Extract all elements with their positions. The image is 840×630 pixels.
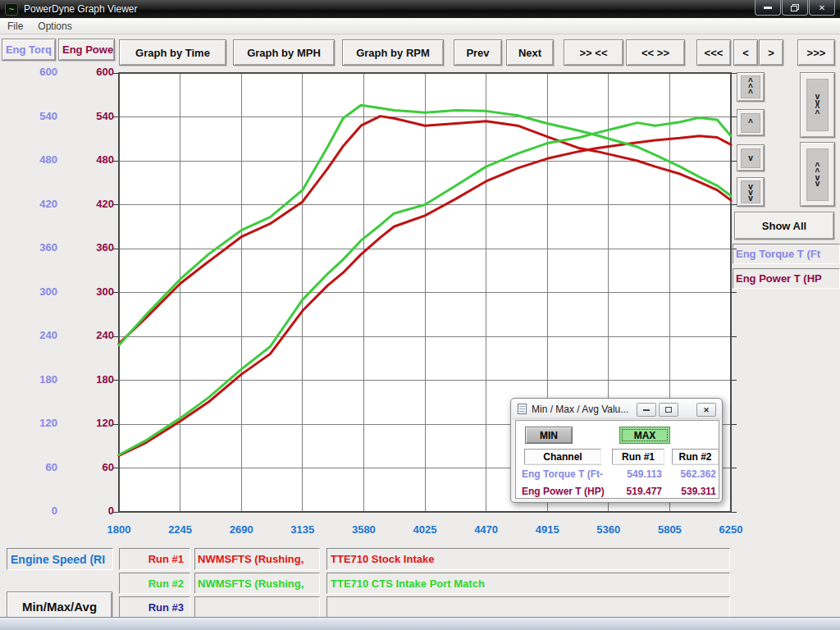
- y-tick-label: 600: [8, 66, 57, 78]
- minmax-caption-buttons: ✕: [634, 403, 716, 417]
- x-tick-label: 3135: [290, 523, 314, 536]
- zoom-out-button[interactable]: << >>: [626, 39, 685, 66]
- y-tick-label: 240: [65, 330, 114, 341]
- minimize-icon[interactable]: [755, 0, 781, 16]
- close-icon[interactable]: ✕: [809, 0, 835, 16]
- scroll-up-fast-button[interactable]: ^^^: [737, 72, 765, 102]
- y-tick-label: 540: [65, 111, 114, 122]
- y-tick-label: 360: [8, 242, 57, 253]
- menu-bar: File Options: [0, 18, 840, 34]
- y-tick-label: 60: [8, 462, 57, 473]
- y-tick-label: 420: [65, 199, 114, 210]
- x-axis-labels: 1800224526903135358040254470491553605805…: [119, 523, 731, 538]
- minmax-close-icon[interactable]: ✕: [696, 403, 716, 417]
- run3-label: Run #3: [119, 596, 190, 618]
- minmax-minimize-icon[interactable]: [637, 403, 656, 417]
- legend-torque[interactable]: Eng Torque T (Ft: [733, 244, 840, 264]
- next-button[interactable]: Next: [506, 39, 554, 66]
- window-bottom-frame: [0, 617, 840, 630]
- minmax-maximize-icon[interactable]: [659, 403, 678, 417]
- scroll-up-button[interactable]: ^: [737, 109, 765, 136]
- row-power-run2: 539.311: [669, 486, 716, 497]
- menu-file[interactable]: File: [0, 19, 30, 34]
- step-back-button[interactable]: <: [733, 39, 758, 66]
- graph-by-time-button[interactable]: Graph by Time: [119, 39, 226, 66]
- x-tick-label: 3580: [352, 523, 376, 536]
- y-tick-label: 180: [65, 374, 114, 386]
- y-tick-label: 0: [8, 505, 57, 517]
- y-tick-label: 420: [8, 199, 57, 210]
- header-run2: Run #2: [672, 449, 719, 464]
- x-tick-label: 5805: [658, 523, 682, 536]
- header-run1: Run #1: [612, 449, 664, 464]
- run2-desc-field[interactable]: TTE710 CTS Intake Port Match: [326, 573, 730, 594]
- graph-by-rpm-button[interactable]: Graph by RPM: [342, 39, 444, 66]
- y-tick-label: 120: [65, 418, 114, 429]
- run2-file-field[interactable]: NWMSFTS (Rushing,: [194, 573, 320, 594]
- minmax-title-bar[interactable]: Min / Max / Avg Valu... ✕: [512, 399, 721, 419]
- y-tick-label: 60: [65, 462, 114, 473]
- x-tick-label: 4025: [413, 523, 437, 536]
- row-power-run1: 519.477: [614, 486, 662, 497]
- jump-end-button[interactable]: >>>: [797, 39, 835, 66]
- minmax-title: Min / Max / Avg Valu...: [532, 404, 628, 415]
- run3-file-field[interactable]: [194, 596, 320, 618]
- scroll-down-button[interactable]: v: [737, 144, 765, 171]
- run2-label: Run #2: [119, 573, 190, 594]
- x-tick-label: 1800: [107, 523, 131, 536]
- row-torque-run1: 549.113: [614, 468, 662, 480]
- y-tick-label: 600: [65, 66, 114, 78]
- prev-button[interactable]: Prev: [454, 39, 502, 66]
- min-toggle-button[interactable]: MIN: [525, 427, 573, 444]
- step-forward-button[interactable]: >: [759, 39, 783, 66]
- y-tick-label: 480: [65, 154, 114, 166]
- run1-desc-field[interactable]: TTE710 Stock Intake: [326, 548, 730, 570]
- channel-button-torque[interactable]: Eng Torq: [2, 39, 56, 61]
- y-tick-label: 0: [65, 505, 114, 517]
- app-icon: ~: [5, 3, 18, 16]
- row-torque-channel: Eng Torque T (Ft-: [522, 468, 616, 480]
- y-tick-label: 300: [65, 286, 114, 298]
- zoom-in-button[interactable]: >> <<: [564, 39, 623, 66]
- y-tick-label: 120: [8, 418, 57, 429]
- expand-scale-button[interactable]: ^^ vv: [800, 142, 835, 207]
- row-torque-run2: 562.362: [669, 468, 716, 480]
- max-toggle-button[interactable]: MAX: [619, 427, 670, 444]
- row-power-channel: Eng Power T (HP): [522, 486, 616, 497]
- y-tick-label: 480: [8, 154, 57, 166]
- x-tick-label: 5360: [596, 523, 620, 536]
- menu-options[interactable]: Options: [30, 19, 79, 34]
- legend-power[interactable]: Eng Power T (HP: [733, 268, 840, 289]
- x-tick-label: 4470: [474, 523, 498, 536]
- show-all-button[interactable]: Show All: [734, 212, 834, 240]
- y-tick-label: 300: [8, 286, 57, 298]
- y-axis-torque-labels: 600540480420360300240180120600: [8, 73, 57, 512]
- minmax-body: MIN MAX Channel Run #1 Run #2 Eng Torque…: [515, 420, 719, 499]
- channel-button-power[interactable]: Eng Powe: [58, 39, 115, 61]
- x-tick-label: 2245: [168, 523, 192, 536]
- y-tick-label: 540: [8, 111, 57, 122]
- run1-label: Run #1: [119, 548, 190, 570]
- y-tick-label: 240: [8, 330, 57, 341]
- window-title: PowerDyne Graph Viewer: [24, 3, 138, 15]
- x-tick-label: 2690: [230, 523, 253, 536]
- y-tick-label: 180: [8, 374, 57, 386]
- caption-buttons: ✕: [754, 0, 835, 16]
- run1-file-field[interactable]: NWMSFTS (Rushing,: [194, 548, 320, 570]
- x-tick-label: 4915: [536, 523, 559, 536]
- jump-start-button[interactable]: <<<: [696, 39, 731, 66]
- document-icon: [518, 404, 527, 414]
- header-channel: Channel: [524, 449, 601, 464]
- x-channel-field[interactable]: Engine Speed (RI: [7, 548, 113, 570]
- y-tick-label: 360: [65, 242, 114, 253]
- y-axis-power-labels: 600540480420360300240180120600: [65, 73, 114, 512]
- scroll-down-fast-button[interactable]: vvv: [737, 177, 765, 207]
- collapse-scale-button[interactable]: vv ^^: [800, 72, 835, 138]
- minmax-window: Min / Max / Avg Valu... ✕ MIN MAX Channe…: [510, 398, 723, 503]
- graph-by-mph-button[interactable]: Graph by MPH: [233, 39, 335, 66]
- maximize-icon[interactable]: [782, 0, 808, 16]
- title-bar: ~ PowerDyne Graph Viewer ✕: [0, 0, 840, 18]
- app-window: ~ PowerDyne Graph Viewer ✕ File Options …: [0, 0, 840, 630]
- run3-desc-field[interactable]: [326, 596, 730, 618]
- x-tick-label: 6250: [719, 523, 743, 536]
